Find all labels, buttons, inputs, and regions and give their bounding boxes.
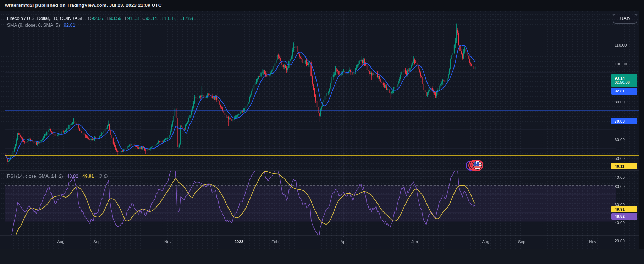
rsi-legend-row[interactable]: RSI (14, close, SMA, 14, 2) 48.82 49.91 … (7, 173, 108, 179)
rsi-axis-label: 20.00 (615, 239, 625, 243)
symbol-title[interactable]: Litecoin / U.S. Dollar, 1D, COINBASE (7, 16, 84, 21)
rsi-axis-label: 80.00 (615, 184, 625, 189)
rsi-ma-value: 49.91 (82, 173, 94, 179)
currency-toggle-button[interactable]: USD (613, 14, 637, 24)
price-axis-label: 60.00 (615, 138, 625, 142)
open-value: 92.06 (92, 16, 103, 21)
axis-badge-last-price: 93.1402:50:06 (611, 74, 637, 87)
publish-info-text: writersmfd2i published on TradingView.co… (5, 2, 162, 8)
time-axis-label: Nov (164, 239, 171, 244)
price-axis-label: 100.00 (615, 62, 627, 66)
usa-flag-sticker[interactable] (466, 157, 487, 173)
time-axis-label: Sep (518, 239, 525, 244)
axis-badge-sma-value: 92.81 (611, 88, 637, 95)
rsi-axis-label: 40.00 (615, 221, 625, 225)
axis-badge-level-70: 70.00 (611, 118, 637, 124)
low-value: 91.53 (127, 16, 139, 21)
high-value: 93.59 (110, 16, 121, 21)
time-axis-label: Apr (341, 239, 347, 244)
symbol-legend-row[interactable]: Litecoin / U.S. Dollar, 1D, COINBASE O92… (7, 16, 193, 21)
chart-widget[interactable]: Litecoin / U.S. Dollar, 1D, COINBASE O92… (0, 11, 639, 249)
price-axis-label: 80.00 (615, 100, 625, 104)
axis-badge-level-46: 46.11 (611, 163, 637, 169)
open-label: O (88, 16, 92, 21)
time-axis-label: Nov (589, 239, 596, 244)
time-axis-label: Feb (271, 239, 279, 244)
rsi-empty-values: ∅ ∅ (98, 173, 108, 179)
rsi-value: 48.82 (67, 173, 78, 179)
rsi-label[interactable]: RSI (14, close, SMA, 14, 2) (7, 173, 63, 179)
time-axis-label: 2023 (234, 239, 243, 244)
sma-label[interactable]: SMA (9, close, 0, SMA, 5) (7, 22, 60, 28)
sma-value: 92.81 (64, 22, 75, 28)
axis-badge-rsi-val: 48.82 (611, 213, 637, 220)
time-axis-label: Aug (482, 239, 489, 244)
time-axis-label: Aug (57, 239, 64, 244)
change-value: +1.08 (+1.17%) (161, 16, 193, 21)
price-axis-label: 50.00 (615, 156, 625, 161)
time-axis-label: Sep (93, 239, 100, 244)
price-axis-label: 110.00 (615, 43, 627, 47)
publish-info-bar: writersmfd2i published on TradingView.co… (0, 0, 644, 11)
published-chart-page: writersmfd2i published on TradingView.co… (0, 0, 644, 264)
axis-badge-rsi-ma: 49.91 (611, 206, 637, 212)
low-label: L (125, 16, 127, 21)
sma-legend-row[interactable]: SMA (9, close, 0, SMA, 5) 92.81 (7, 22, 75, 28)
high-label: H (106, 16, 110, 21)
close-value: 93.14 (145, 16, 157, 21)
price-axis-label: 40.00 (615, 175, 625, 179)
time-axis-label: Jun (411, 239, 418, 244)
footer-bar: TradingView (0, 249, 644, 264)
close-label: C (142, 16, 145, 21)
chart-canvas[interactable] (0, 11, 639, 249)
